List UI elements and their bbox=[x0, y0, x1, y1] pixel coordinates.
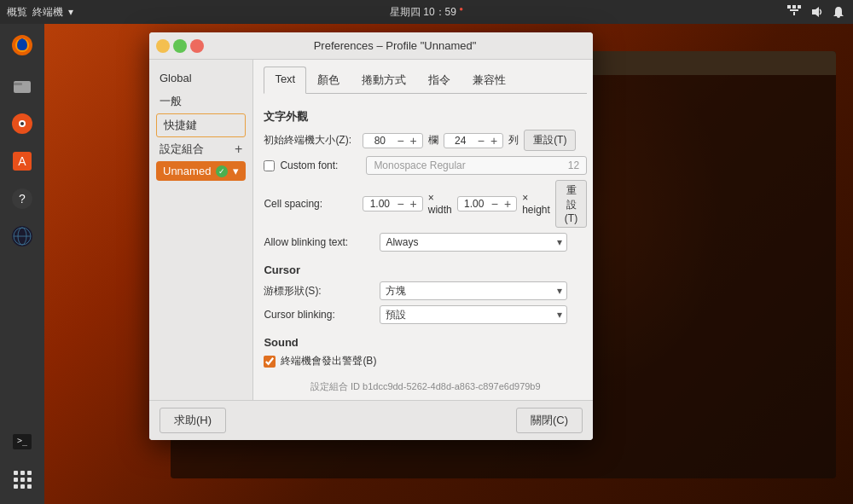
cols-input-group: 80 − + bbox=[363, 133, 422, 148]
cell-width-decrease-button[interactable]: − bbox=[395, 198, 405, 210]
allow-blinking-label: Allow blinking text: bbox=[264, 236, 374, 248]
size-reset-button[interactable]: 重設(T) bbox=[524, 130, 576, 151]
notification-dot: ● bbox=[459, 5, 463, 13]
tab-scrolling[interactable]: 捲動方式 bbox=[351, 67, 417, 93]
svg-rect-9 bbox=[14, 83, 22, 85]
svg-text:?: ? bbox=[19, 192, 26, 206]
sidebar-item-firefox[interactable] bbox=[4, 27, 40, 63]
dialog-title: Preferences – Profile "Unnamed" bbox=[204, 39, 586, 52]
cursor-blinking-label: Cursor blinking: bbox=[264, 309, 374, 321]
cell-width-input-group: 1.00 − + bbox=[363, 196, 422, 211]
sidebar-item-music[interactable] bbox=[4, 106, 40, 142]
cursor-shape-select[interactable]: 方塊 I字型 底線 bbox=[380, 281, 567, 300]
cursor-section-header: Cursor bbox=[264, 264, 587, 276]
svg-rect-1 bbox=[792, 5, 796, 9]
minimize-button[interactable] bbox=[156, 39, 170, 53]
svg-marker-5 bbox=[812, 7, 819, 17]
sidebar-global-label: Global bbox=[149, 67, 252, 90]
rows-unit: 列 bbox=[508, 133, 519, 148]
cell-spacing-label: Cell spacing: bbox=[264, 198, 357, 210]
cursor-shape-label: 游標形狀(S): bbox=[264, 284, 374, 298]
volume-icon[interactable] bbox=[809, 4, 824, 20]
terminal-bell-row: 終端機會發出警聲(B) bbox=[264, 354, 587, 368]
datetime-display: 星期四 10：59 bbox=[390, 6, 456, 18]
sidebar-item-files[interactable] bbox=[4, 68, 40, 104]
cell-width-value: 1.00 bbox=[367, 198, 392, 210]
svg-rect-24 bbox=[20, 471, 25, 475]
top-panel-right bbox=[786, 4, 846, 20]
svg-rect-25 bbox=[27, 471, 32, 475]
cell-height-value: 1.00 bbox=[461, 198, 487, 210]
notifications-icon[interactable] bbox=[831, 4, 846, 20]
terminal-size-label: 初始終端機大小(Z): bbox=[264, 133, 357, 148]
cursor-shape-row: 游標形狀(S): 方塊 I字型 底線 bbox=[264, 281, 587, 300]
sidebar-item-terminal[interactable]: >_ bbox=[4, 424, 40, 460]
svg-rect-23 bbox=[14, 471, 18, 475]
profile-menu-arrow[interactable]: ▾ bbox=[233, 165, 239, 177]
terminal-bell-label: 終端機會發出警聲(B) bbox=[281, 354, 376, 368]
text-section-header: 文字外觀 bbox=[264, 109, 587, 125]
rows-input-group: 24 − + bbox=[444, 133, 503, 148]
terminal-label[interactable]: 終端機 bbox=[32, 5, 63, 20]
profiles-header: 設定組合 + bbox=[149, 137, 252, 161]
sidebar-bottom: >_ bbox=[4, 424, 40, 497]
cols-decrease-button[interactable]: − bbox=[395, 135, 405, 147]
cols-value: 80 bbox=[367, 135, 392, 147]
sound-section-header: Sound bbox=[264, 336, 587, 349]
svg-rect-2 bbox=[798, 5, 801, 9]
cell-reset-button[interactable]: 重設(T) bbox=[555, 180, 587, 228]
dialog-titlebar: Preferences – Profile "Unnamed" bbox=[149, 32, 593, 60]
cursor-shape-select-wrapper: 方塊 I字型 底線 bbox=[380, 281, 567, 300]
cell-width-increase-button[interactable]: + bbox=[409, 198, 419, 210]
network-icon[interactable] bbox=[786, 4, 802, 20]
profile-active-indicator bbox=[216, 165, 228, 177]
add-profile-button[interactable]: + bbox=[235, 142, 242, 156]
dialog-body: Global 一般 快捷鍵 設定組合 + Unnamed ▾ Text 顏色 捲… bbox=[149, 60, 593, 400]
sidebar-general-item[interactable]: 一般 bbox=[149, 90, 252, 113]
svg-rect-4 bbox=[793, 12, 795, 15]
tab-compatibility[interactable]: 兼容性 bbox=[461, 67, 517, 93]
tab-colors[interactable]: 顏色 bbox=[306, 67, 351, 93]
profile-id-footer: 設定組合 ID b1dcc9dd-5262-4d8d-a863-c897e6d9… bbox=[264, 374, 587, 393]
cell-height-decrease-button[interactable]: − bbox=[490, 198, 500, 210]
sidebar-dock: A ? >_ bbox=[0, 24, 44, 504]
top-panel: 概覧 終端機 ▾ 星期四 10：59 ● bbox=[0, 0, 853, 24]
rows-decrease-button[interactable]: − bbox=[476, 135, 486, 147]
allow-blinking-select-wrapper: Always Never Focus bbox=[380, 233, 567, 252]
terminal-menu-arrow[interactable]: ▾ bbox=[68, 6, 73, 18]
top-panel-datetime: 星期四 10：59 ● bbox=[390, 5, 463, 20]
allow-blinking-select[interactable]: Always Never Focus bbox=[380, 233, 567, 252]
custom-font-label: Custom font: bbox=[280, 159, 361, 171]
maximize-button[interactable] bbox=[173, 39, 187, 53]
profile-item-unnamed[interactable]: Unnamed ▾ bbox=[156, 161, 246, 181]
font-display-box[interactable]: Monospace Regular 12 bbox=[366, 156, 587, 175]
svg-point-12 bbox=[20, 122, 24, 125]
tab-command[interactable]: 指令 bbox=[417, 67, 461, 93]
tab-text[interactable]: Text bbox=[264, 67, 306, 94]
top-panel-left: 概覧 終端機 ▾ bbox=[7, 5, 73, 20]
cell-height-input-group: 1.00 − + bbox=[457, 196, 517, 211]
cols-unit: 欄 bbox=[428, 133, 438, 148]
help-button[interactable]: 求助(H) bbox=[160, 408, 226, 433]
cursor-blinking-select[interactable]: 預設 開啟 關閉 bbox=[380, 305, 567, 324]
overview-label[interactable]: 概覧 bbox=[7, 5, 27, 20]
rows-increase-button[interactable]: + bbox=[489, 135, 499, 147]
sidebar-shortcuts-item[interactable]: 快捷鍵 bbox=[156, 113, 246, 137]
sidebar-item-appstore[interactable]: A bbox=[4, 143, 40, 179]
svg-text:>_: >_ bbox=[17, 436, 28, 446]
sidebar-item-apps-grid[interactable] bbox=[4, 461, 40, 497]
cols-increase-button[interactable]: + bbox=[409, 135, 419, 147]
sidebar-item-clock[interactable] bbox=[4, 218, 40, 254]
font-name: Monospace Regular bbox=[374, 159, 465, 171]
sidebar-item-help[interactable]: ? bbox=[4, 181, 40, 217]
rows-value: 24 bbox=[448, 135, 473, 147]
close-button[interactable] bbox=[190, 39, 204, 53]
svg-rect-30 bbox=[20, 484, 25, 489]
cell-height-unit: × height bbox=[522, 192, 550, 216]
terminal-bell-checkbox[interactable] bbox=[264, 356, 276, 368]
cell-height-increase-button[interactable]: + bbox=[502, 198, 513, 210]
terminal-size-row: 初始終端機大小(Z): 80 − + 欄 24 − + 列 重設(T) bbox=[264, 130, 587, 151]
close-dialog-button[interactable]: 關閉(C) bbox=[516, 408, 583, 433]
custom-font-checkbox[interactable] bbox=[264, 160, 275, 171]
cell-spacing-row: Cell spacing: 1.00 − + × width 1.00 − + … bbox=[264, 180, 587, 228]
